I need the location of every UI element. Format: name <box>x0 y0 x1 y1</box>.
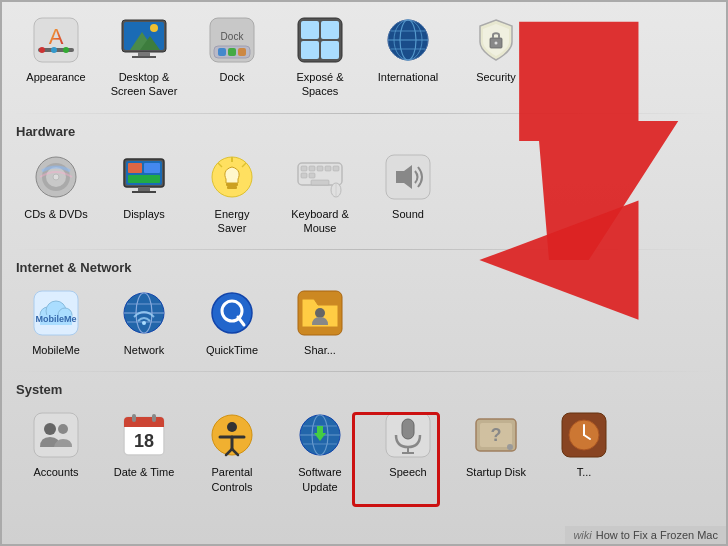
svg-rect-85 <box>124 423 164 427</box>
system-section: System Accounts <box>2 374 726 506</box>
desktop-icon <box>118 14 170 66</box>
svg-rect-45 <box>226 183 238 186</box>
svg-rect-53 <box>317 166 323 171</box>
startup-disk-label: Startup Disk <box>466 465 526 479</box>
expose-spaces-item[interactable]: Exposé &Spaces <box>276 10 364 103</box>
dock-item[interactable]: Dock Dock <box>188 10 276 103</box>
security-item[interactable]: Security <box>452 10 540 103</box>
date-time-item[interactable]: 18 Date & Time <box>100 405 188 498</box>
divider-system <box>12 371 716 372</box>
desktop-screensaver-item[interactable]: Desktop &Screen Saver <box>100 10 188 103</box>
quicktime-icon <box>206 287 258 339</box>
timemachine-icon <box>558 409 610 461</box>
desktop-screensaver-label: Desktop &Screen Saver <box>111 70 178 99</box>
time-machine-item[interactable]: T... <box>540 405 628 498</box>
parental-icon <box>206 409 258 461</box>
sharing-item[interactable]: Shar... <box>276 283 364 361</box>
speech-item[interactable]: Speech <box>364 405 452 498</box>
mobileme-item[interactable]: MobileMe MobileMe <box>12 283 100 361</box>
svg-rect-21 <box>321 21 339 39</box>
personal-section: A Appearance <box>2 2 726 111</box>
svg-rect-22 <box>301 41 319 59</box>
svg-rect-17 <box>238 48 246 56</box>
speech-label: Speech <box>389 465 426 479</box>
svg-point-74 <box>142 321 146 325</box>
svg-rect-43 <box>128 175 160 183</box>
software-update-item[interactable]: SoftwareUpdate <box>276 405 364 498</box>
keyboard-icon <box>294 151 346 203</box>
security-icon <box>470 14 522 66</box>
network-item[interactable]: Network <box>100 283 188 361</box>
hardware-section: Hardware CDs & DVDs <box>2 116 726 248</box>
appearance-icon: A <box>30 14 82 66</box>
parental-controls-label: ParentalControls <box>212 465 253 494</box>
hardware-items-row: CDs & DVDs Displays <box>12 147 716 240</box>
svg-point-32 <box>495 42 498 45</box>
svg-rect-57 <box>309 173 315 178</box>
divider-hardware <box>12 113 716 114</box>
svg-rect-55 <box>333 166 339 171</box>
svg-rect-20 <box>301 21 319 39</box>
svg-point-79 <box>315 308 325 318</box>
svg-rect-15 <box>218 48 226 56</box>
internet-items-row: MobileMe MobileMe <box>12 283 716 361</box>
system-items-row: Accounts 18 Dat <box>12 405 716 498</box>
svg-point-81 <box>44 423 56 435</box>
mobileme-label: MobileMe <box>32 343 80 357</box>
system-preferences-window: A Appearance <box>0 0 728 546</box>
cds-dvds-label: CDs & DVDs <box>24 207 88 221</box>
system-header: System <box>12 382 716 397</box>
wikihow-title: How to Fix a Frozen Mac <box>596 529 718 541</box>
svg-point-90 <box>227 422 237 432</box>
svg-rect-42 <box>144 163 160 173</box>
accounts-item[interactable]: Accounts <box>12 405 100 498</box>
svg-point-109 <box>507 444 513 450</box>
startupdisk-icon: ? <box>470 409 522 461</box>
svg-point-5 <box>63 47 69 53</box>
international-label: International <box>378 70 439 84</box>
svg-rect-51 <box>301 166 307 171</box>
keyboard-mouse-item[interactable]: Keyboard &Mouse <box>276 147 364 240</box>
wikihow-logo: wiki <box>573 529 591 541</box>
appearance-item[interactable]: A Appearance <box>12 10 100 103</box>
softwareupdate-icon <box>294 409 346 461</box>
startup-disk-item[interactable]: ? Startup Disk <box>452 405 540 498</box>
quicktime-item[interactable]: QuickTime <box>188 283 276 361</box>
wikihow-bar: wiki How to Fix a Frozen Mac <box>565 526 726 544</box>
svg-rect-87 <box>132 414 136 422</box>
international-icon <box>382 14 434 66</box>
sharing-label: Shar... <box>304 343 336 357</box>
sound-label: Sound <box>392 207 424 221</box>
internet-section: Internet & Network MobileMe MobileMe <box>2 252 726 369</box>
mobileme-icon: MobileMe <box>30 287 82 339</box>
svg-point-3 <box>39 47 45 53</box>
dock-label: Dock <box>219 70 244 84</box>
svg-rect-58 <box>311 180 329 185</box>
svg-text:?: ? <box>491 425 502 445</box>
svg-rect-88 <box>152 414 156 422</box>
divider-internet <box>12 249 716 250</box>
svg-rect-80 <box>34 413 78 457</box>
software-update-label: SoftwareUpdate <box>298 465 341 494</box>
parental-controls-item[interactable]: ParentalControls <box>188 405 276 498</box>
sound-icon <box>382 151 434 203</box>
datetime-icon: 18 <box>118 409 170 461</box>
svg-point-10 <box>150 24 158 32</box>
displays-item[interactable]: Displays <box>100 147 188 240</box>
cds-dvds-item[interactable]: CDs & DVDs <box>12 147 100 240</box>
sound-item[interactable]: Sound <box>364 147 452 240</box>
network-icon <box>118 287 170 339</box>
svg-text:A: A <box>49 24 64 49</box>
internet-header: Internet & Network <box>12 260 716 275</box>
international-item[interactable]: International <box>364 10 452 103</box>
security-label: Security <box>476 70 516 84</box>
svg-rect-12 <box>132 56 156 58</box>
svg-text:18: 18 <box>134 431 154 451</box>
svg-rect-46 <box>227 186 237 189</box>
energy-saver-item[interactable]: EnergySaver <box>188 147 276 240</box>
expose-spaces-label: Exposé &Spaces <box>296 70 343 99</box>
svg-text:Dock: Dock <box>221 31 245 42</box>
keyboard-mouse-label: Keyboard &Mouse <box>291 207 348 236</box>
displays-icon <box>118 151 170 203</box>
svg-rect-41 <box>128 163 142 173</box>
